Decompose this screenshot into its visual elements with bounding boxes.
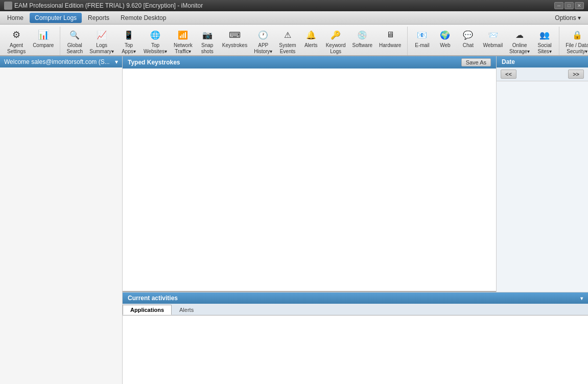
email-icon: 📧 bbox=[415, 28, 429, 42]
online-storage-label: OnlineStorage▾ bbox=[509, 42, 530, 55]
agent-settings-icon: ⚙ bbox=[9, 28, 23, 42]
email-button[interactable]: 📧 E-mail bbox=[411, 27, 433, 56]
compare-button[interactable]: 📊 Compare bbox=[30, 27, 57, 56]
menu-bar: Home Computer Logs Reports Remote Deskto… bbox=[0, 11, 588, 25]
software-label: Software bbox=[352, 42, 372, 49]
social-sites-button[interactable]: 👥 SocialSites▾ bbox=[533, 27, 556, 56]
menu-remote-desktop[interactable]: Remote Desktop bbox=[115, 13, 171, 23]
software-button[interactable]: 💿 Software bbox=[349, 27, 375, 56]
social-sites-label: SocialSites▾ bbox=[538, 42, 552, 55]
network-traffic-icon: 📶 bbox=[176, 28, 190, 42]
date-prev-button[interactable]: << bbox=[501, 70, 516, 79]
online-storage-button[interactable]: ☁ OnlineStorage▾ bbox=[506, 27, 533, 56]
keyword-logs-label: KeywordLogs bbox=[326, 42, 346, 55]
title-bar: EAM Professional Edition (FREE TRIAL) 9.… bbox=[0, 0, 588, 11]
file-data-security-button[interactable]: 🔒 File / DataSecurity▾ bbox=[562, 27, 588, 56]
date-list bbox=[497, 81, 588, 85]
app-history-icon: 🕐 bbox=[256, 28, 270, 42]
date-next-button[interactable]: >> bbox=[568, 70, 584, 79]
toolbar-section-security: 🔒 File / DataSecurity▾ 👤 Agent bbox=[559, 27, 588, 56]
menu-computer-logs[interactable]: Computer Logs bbox=[30, 13, 82, 23]
toolbar-section-settings: ⚙ AgentSettings 📊 Compare Settings bbox=[3, 27, 60, 56]
top-websites-label: TopWebsites▾ bbox=[144, 42, 167, 55]
social-sites-icon: 👥 bbox=[537, 28, 552, 42]
date-nav: << >> bbox=[497, 67, 588, 81]
network-traffic-button[interactable]: 📶 NetworkTraffic▾ bbox=[171, 27, 196, 56]
current-activities-header: Current activities ▾ bbox=[123, 292, 588, 304]
global-search-icon: 🔍 bbox=[67, 28, 82, 42]
bottom-panel-collapse[interactable]: ▾ bbox=[580, 296, 583, 301]
file-data-security-label: File / DataSecurity▾ bbox=[566, 42, 588, 55]
online-storage-icon: ☁ bbox=[512, 28, 527, 42]
top-websites-button[interactable]: 🌐 TopWebsites▾ bbox=[140, 27, 170, 56]
top-apps-label: TopApps▾ bbox=[122, 42, 136, 55]
network-traffic-label: NetworkTraffic▾ bbox=[174, 42, 193, 55]
current-activities-title: Current activities bbox=[128, 295, 178, 302]
logs-summary-label: LogsSummary▾ bbox=[89, 42, 114, 55]
chat-label: Chat bbox=[463, 42, 474, 49]
top-apps-button[interactable]: 📱 TopApps▾ bbox=[117, 27, 140, 56]
webmail-label: Webmail bbox=[483, 42, 503, 49]
keystrokes-icon: ⌨ bbox=[227, 28, 242, 42]
agent-settings-button[interactable]: ⚙ AgentSettings bbox=[4, 27, 29, 56]
sidebar-collapse-icon[interactable]: ▾ bbox=[115, 58, 118, 65]
file-data-security-icon: 🔒 bbox=[570, 28, 584, 42]
snap-shots-label: Snapshots bbox=[201, 42, 214, 55]
global-search-button[interactable]: 🔍 GlobalSearch bbox=[63, 27, 86, 56]
sidebar-account: Welcome sales@imonitorsoft.com (S... bbox=[4, 58, 110, 65]
tab-alerts[interactable]: Alerts bbox=[172, 305, 201, 315]
snap-shots-icon: 📷 bbox=[200, 28, 215, 42]
activities-table-container bbox=[123, 315, 588, 384]
date-panel-header: Date bbox=[497, 56, 588, 67]
save-as-button[interactable]: Save As bbox=[461, 58, 491, 66]
app-history-label: APPHistory▾ bbox=[254, 42, 272, 55]
system-events-button[interactable]: ⚠ SystemEvents bbox=[276, 27, 299, 56]
title-bar-controls[interactable]: ─ □ ✕ bbox=[554, 2, 584, 9]
toolbar-section-internet: 📧 E-mail 🌍 Web 💬 Chat 📨 Webmail ☁ Online… bbox=[408, 27, 559, 56]
top-websites-icon: 🌐 bbox=[148, 28, 162, 42]
snap-shots-button[interactable]: 📷 Snapshots bbox=[196, 27, 219, 56]
top-apps-icon: 📱 bbox=[122, 28, 136, 42]
date-panel-title: Date bbox=[502, 58, 515, 65]
middle-area: Typed Keystrokes Save As Date << >> bbox=[123, 56, 588, 292]
keystrokes-panel: Typed Keystrokes Save As bbox=[123, 56, 496, 292]
system-events-label: SystemEvents bbox=[279, 42, 296, 55]
web-icon: 🌍 bbox=[438, 28, 452, 42]
hardware-button[interactable]: 🖥 Hardware bbox=[376, 27, 404, 56]
menu-options[interactable]: Options ▾ bbox=[550, 13, 586, 23]
maximize-button[interactable]: □ bbox=[565, 2, 574, 9]
agent-settings-label: AgentSettings bbox=[7, 42, 26, 55]
app-icon bbox=[4, 2, 12, 10]
logs-summary-button[interactable]: 📈 LogsSummary▾ bbox=[86, 27, 117, 56]
keystrokes-label: Keystrokes bbox=[222, 42, 247, 49]
chat-icon: 💬 bbox=[461, 28, 475, 42]
minimize-button[interactable]: ─ bbox=[554, 2, 563, 9]
content-area: Typed Keystrokes Save As Date << >> C bbox=[123, 56, 588, 384]
toolbar: ⚙ AgentSettings 📊 Compare Settings 🔍 Glo… bbox=[0, 25, 588, 56]
chat-button[interactable]: 💬 Chat bbox=[457, 27, 479, 56]
webmail-button[interactable]: 📨 Webmail bbox=[480, 27, 506, 56]
alerts-button[interactable]: 🔔 Alerts bbox=[300, 27, 322, 56]
web-label: Web bbox=[440, 42, 450, 49]
keystrokes-button[interactable]: ⌨ Keystrokes bbox=[219, 27, 250, 56]
software-icon: 💿 bbox=[355, 28, 369, 42]
hardware-label: Hardware bbox=[379, 42, 401, 49]
title-text: EAM Professional Edition (FREE TRIAL) 9.… bbox=[14, 2, 203, 9]
keyword-logs-button[interactable]: 🔑 KeywordLogs bbox=[323, 27, 349, 56]
web-button[interactable]: 🌍 Web bbox=[434, 27, 456, 56]
menu-home[interactable]: Home bbox=[2, 13, 29, 23]
webmail-icon: 📨 bbox=[486, 28, 500, 42]
date-panel: Date << >> bbox=[496, 56, 588, 292]
compare-label: Compare bbox=[33, 42, 54, 49]
bottom-panel: Current activities ▾ Applications Alerts bbox=[123, 292, 588, 384]
system-events-icon: ⚠ bbox=[280, 28, 295, 42]
keyword-logs-icon: 🔑 bbox=[328, 28, 343, 42]
tabs-row: Applications Alerts bbox=[123, 304, 588, 315]
app-history-button[interactable]: 🕐 APPHistory▾ bbox=[251, 27, 275, 56]
tab-applications[interactable]: Applications bbox=[123, 305, 172, 315]
menu-reports[interactable]: Reports bbox=[83, 13, 114, 23]
email-label: E-mail bbox=[415, 42, 429, 49]
toolbar-section-overview: 🔍 GlobalSearch 📈 LogsSummary▾ 📱 TopApps▾… bbox=[60, 27, 408, 56]
compare-icon: 📊 bbox=[36, 28, 51, 42]
close-button[interactable]: ✕ bbox=[575, 2, 584, 9]
